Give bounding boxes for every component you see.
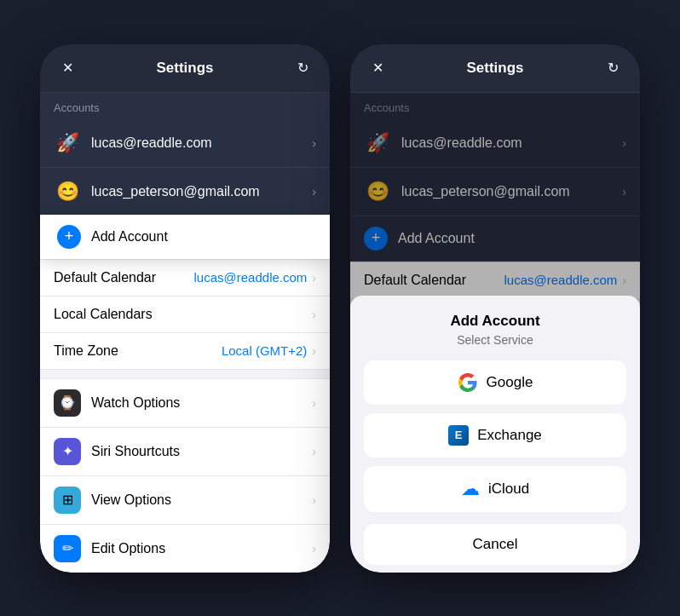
icloud-label: iCloud bbox=[488, 481, 529, 498]
left-timezone-value: Local (GMT+2) bbox=[222, 343, 307, 358]
left-accounts-label: Accounts bbox=[40, 93, 330, 119]
left-default-cal-row[interactable]: Default Calendar lucas@readdle.com › bbox=[40, 260, 330, 296]
left-edit-row[interactable]: ✏ Edit Options › bbox=[40, 525, 330, 573]
icloud-service-button[interactable]: ☁ iCloud bbox=[364, 466, 626, 512]
left-account-chevron-0: › bbox=[312, 136, 316, 150]
left-accounts-section: Accounts 🚀 lucas@readdle.com › 😊 lucas_p… bbox=[40, 93, 330, 216]
left-account-icon-1: 😊 bbox=[54, 178, 81, 205]
left-account-icon-0: 🚀 bbox=[54, 130, 81, 157]
left-calendar-section: Default Calendar lucas@readdle.com › Loc… bbox=[40, 259, 330, 370]
modal-title: Add Account bbox=[364, 313, 626, 330]
left-timezone-chevron: › bbox=[312, 344, 316, 358]
right-settings-header: ✕ Settings ↻ bbox=[350, 44, 640, 93]
left-siri-label: Siri Shourtcuts bbox=[91, 444, 312, 459]
left-refresh-button[interactable]: ↻ bbox=[291, 56, 314, 80]
right-content-area: Accounts 🚀 lucas@readdle.com › 😊 lucas_p… bbox=[350, 93, 640, 573]
modal-subtitle: Select Service bbox=[364, 333, 626, 347]
left-close-button[interactable]: ✕ bbox=[55, 56, 79, 80]
left-default-cal-value: lucas@readdle.com bbox=[194, 270, 308, 285]
left-edit-label: Edit Options bbox=[91, 541, 312, 556]
left-timezone-row[interactable]: Time Zone Local (GMT+2) › bbox=[40, 333, 330, 369]
left-account-email-1: lucas_peterson@gmail.com bbox=[91, 184, 312, 199]
left-timezone-label: Time Zone bbox=[54, 343, 222, 359]
left-siri-icon: ✦ bbox=[54, 438, 81, 465]
google-service-button[interactable]: Google bbox=[364, 360, 626, 405]
icloud-icon: ☁ bbox=[461, 478, 480, 500]
google-label: Google bbox=[487, 374, 533, 391]
left-plus-icon: + bbox=[57, 225, 81, 249]
left-add-account-label: Add Account bbox=[91, 229, 168, 245]
left-watch-icon: ⌚ bbox=[54, 389, 81, 417]
modal-sheet: Add Account Select Service Google bbox=[350, 296, 640, 573]
left-account-row-0[interactable]: 🚀 lucas@readdle.com › bbox=[40, 119, 330, 168]
left-local-cal-row[interactable]: Local Calendars › bbox=[40, 296, 330, 333]
left-account-row-1[interactable]: 😊 lucas_peterson@gmail.com › bbox=[40, 168, 330, 216]
left-watch-chevron: › bbox=[312, 396, 316, 410]
right-close-button[interactable]: ✕ bbox=[366, 56, 389, 80]
exchange-service-button[interactable]: E Exchange bbox=[364, 413, 626, 458]
left-content-area: Accounts 🚀 lucas@readdle.com › 😊 lucas_p… bbox=[40, 93, 330, 573]
exchange-icon: E bbox=[448, 425, 469, 446]
left-phone: ✕ Settings ↻ Accounts 🚀 lucas@readdle.co… bbox=[40, 44, 330, 573]
cancel-button[interactable]: Cancel bbox=[364, 524, 626, 565]
left-watch-label: Watch Options bbox=[91, 395, 312, 411]
left-siri-row[interactable]: ✦ Siri Shourtcuts › bbox=[40, 428, 330, 476]
right-phone: ✕ Settings ↻ Accounts 🚀 lucas@readdle.co… bbox=[350, 44, 640, 573]
left-add-account-row[interactable]: + Add Account bbox=[43, 215, 330, 259]
phones-container: ✕ Settings ↻ Accounts 🚀 lucas@readdle.co… bbox=[40, 44, 640, 573]
left-default-cal-label: Default Calendar bbox=[54, 270, 194, 285]
left-settings-header: ✕ Settings ↻ bbox=[40, 44, 330, 93]
right-settings-title: Settings bbox=[466, 60, 523, 77]
left-settings-title: Settings bbox=[156, 60, 213, 77]
left-edit-chevron: › bbox=[312, 542, 316, 556]
left-view-label: View Options bbox=[91, 492, 312, 508]
left-watch-row[interactable]: ⌚ Watch Options › bbox=[40, 379, 330, 428]
google-icon bbox=[458, 372, 478, 393]
left-edit-icon: ✏ bbox=[54, 535, 81, 562]
left-view-row[interactable]: ⊞ View Options › bbox=[40, 476, 330, 525]
left-siri-chevron: › bbox=[312, 445, 316, 458]
left-account-email-0: lucas@readdle.com bbox=[91, 135, 312, 151]
right-refresh-button[interactable]: ↻ bbox=[601, 56, 625, 80]
left-account-chevron-1: › bbox=[312, 185, 316, 199]
exchange-label: Exchange bbox=[477, 427, 542, 444]
left-view-icon: ⊞ bbox=[54, 486, 81, 514]
modal-overlay: Add Account Select Service Google bbox=[350, 93, 640, 573]
left-default-cal-chevron: › bbox=[312, 271, 316, 285]
left-view-chevron: › bbox=[312, 493, 316, 507]
left-options-section: ⌚ Watch Options › ✦ Siri Shourtcuts › bbox=[40, 378, 330, 573]
left-local-cal-label: Local Calendars bbox=[54, 307, 312, 322]
left-local-cal-chevron: › bbox=[312, 308, 316, 321]
